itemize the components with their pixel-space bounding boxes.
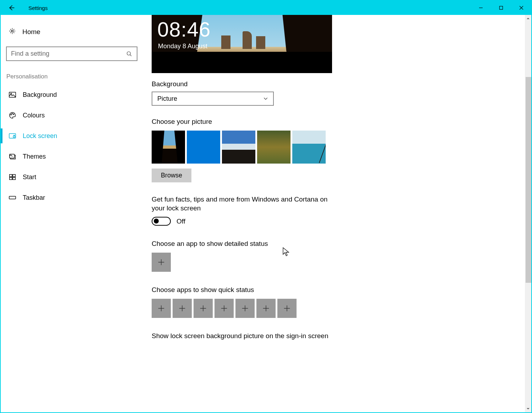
plus-icon	[199, 304, 207, 312]
quick-status-add[interactable]	[277, 299, 297, 318]
home-label: Home	[22, 28, 40, 36]
preview-time: 08:46	[157, 19, 211, 40]
plus-icon	[157, 304, 165, 312]
quick-status-label: Choose apps to show quick status	[152, 286, 420, 294]
gear-icon	[9, 27, 16, 37]
sidebar-item-label: Background	[23, 91, 57, 99]
choose-picture-label: Choose your picture	[152, 118, 420, 126]
fun-facts-label: Get fun facts, tips and more from Window…	[152, 195, 340, 213]
quick-status-add[interactable]	[256, 299, 276, 318]
svg-rect-11	[10, 175, 12, 177]
svg-rect-15	[9, 196, 16, 199]
vertical-scrollbar[interactable]	[525, 15, 531, 412]
svg-point-7	[13, 114, 14, 115]
sidebar-item-label: Colours	[23, 112, 45, 119]
svg-point-2	[127, 51, 131, 55]
start-icon	[9, 173, 16, 181]
home-link[interactable]: Home	[1, 24, 143, 40]
plus-icon	[283, 304, 291, 312]
picture-thumb[interactable]	[292, 131, 326, 164]
search-input[interactable]	[11, 50, 126, 57]
plus-icon	[157, 258, 165, 266]
search-box[interactable]	[6, 46, 137, 61]
plus-icon	[220, 304, 228, 312]
svg-rect-14	[13, 177, 15, 180]
quick-status-add[interactable]	[235, 299, 255, 318]
window-title: Settings	[28, 5, 48, 11]
plus-icon	[178, 304, 186, 312]
svg-rect-13	[10, 177, 12, 180]
picture-icon	[9, 91, 16, 99]
sidebar: Home Personalisation Background Colours …	[1, 15, 143, 412]
category-label: Personalisation	[1, 70, 143, 84]
title-bar: Settings	[1, 1, 531, 15]
palette-icon	[9, 111, 16, 119]
detailed-status-label: Choose an app to show detailed status	[152, 240, 420, 248]
taskbar-icon	[9, 194, 16, 202]
sidebar-item-background[interactable]: Background	[1, 84, 143, 105]
background-label: Background	[152, 80, 420, 88]
scroll-down-button[interactable]	[525, 405, 531, 412]
fun-facts-state: Off	[177, 217, 185, 225]
themes-icon	[9, 153, 16, 160]
close-icon	[519, 6, 523, 10]
sidebar-item-label: Themes	[23, 153, 46, 160]
signin-label: Show lock screen background picture on t…	[152, 332, 420, 340]
svg-rect-0	[499, 6, 503, 10]
quick-status-add[interactable]	[152, 299, 171, 318]
quick-status-add[interactable]	[194, 299, 213, 318]
plus-icon	[241, 304, 249, 312]
quick-status-row	[152, 299, 420, 318]
picture-thumb[interactable]	[222, 131, 255, 164]
svg-point-5	[11, 114, 11, 115]
svg-rect-12	[13, 175, 15, 177]
maximize-icon	[499, 6, 503, 10]
svg-point-6	[12, 113, 12, 114]
scroll-track[interactable]	[525, 22, 531, 405]
sidebar-item-start[interactable]: Start	[1, 167, 143, 187]
browse-button[interactable]: Browse	[152, 169, 191, 182]
quick-status-add[interactable]	[173, 299, 192, 318]
sidebar-item-label: Lock screen	[23, 132, 57, 140]
picture-thumb[interactable]	[187, 131, 220, 164]
sidebar-item-lock-screen[interactable]: Lock screen	[1, 126, 143, 146]
preview-date: Monday 8 August	[158, 43, 207, 50]
svg-point-4	[11, 93, 12, 94]
chevron-down-icon	[263, 96, 268, 101]
scroll-thumb[interactable]	[526, 77, 531, 283]
search-icon	[126, 51, 132, 57]
main-content: 08:46 Monday 8 August Background Picture…	[143, 15, 434, 361]
back-arrow-icon	[8, 4, 15, 11]
background-combo[interactable]: Picture	[152, 92, 274, 106]
sidebar-item-label: Start	[23, 174, 36, 181]
svg-point-1	[11, 30, 13, 32]
combo-value: Picture	[157, 95, 177, 103]
svg-rect-9	[13, 136, 15, 138]
sidebar-item-label: Taskbar	[23, 194, 45, 202]
minimize-icon	[479, 6, 483, 10]
window-controls	[471, 1, 531, 15]
detailed-status-add[interactable]	[152, 253, 171, 272]
scroll-up-button[interactable]	[525, 15, 531, 22]
lock-screen-icon	[9, 132, 16, 140]
quick-status-add[interactable]	[215, 299, 234, 318]
picture-thumb[interactable]	[152, 131, 185, 164]
sidebar-item-themes[interactable]: Themes	[1, 146, 143, 167]
back-button[interactable]	[1, 1, 22, 15]
maximize-button[interactable]	[491, 1, 511, 15]
close-button[interactable]	[511, 1, 531, 15]
sidebar-item-colours[interactable]: Colours	[1, 105, 143, 126]
plus-icon	[262, 304, 270, 312]
fun-facts-toggle[interactable]	[152, 217, 171, 226]
minimize-button[interactable]	[471, 1, 491, 15]
picture-thumb[interactable]	[257, 131, 291, 164]
picture-thumbs	[152, 131, 420, 164]
sidebar-item-taskbar[interactable]: Taskbar	[1, 187, 143, 208]
lock-screen-preview: 08:46 Monday 8 August	[152, 15, 332, 73]
